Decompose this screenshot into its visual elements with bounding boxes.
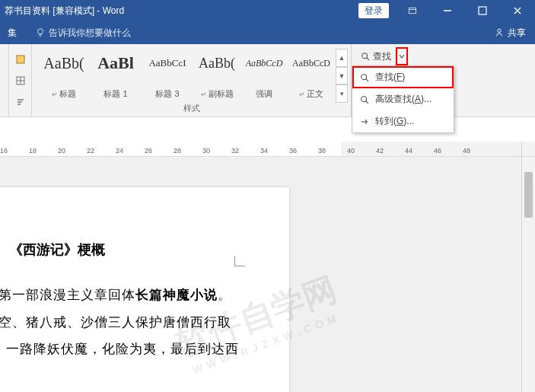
- doc-p1-b: 长篇神魔小说: [135, 288, 218, 302]
- tell-me-label: 告诉我你想要做什么: [49, 27, 131, 40]
- find-dropdown-arrow[interactable]: [396, 47, 408, 65]
- ruler-tick: 42: [376, 147, 384, 155]
- expand-gallery-icon[interactable]: ▾: [336, 84, 348, 103]
- share-button[interactable]: 共享: [494, 27, 530, 40]
- menu-item-advanced-find[interactable]: 高级查找(A)...: [352, 88, 454, 110]
- find-split-button: 查找: [356, 47, 535, 65]
- style-gallery-scroll[interactable]: ▲▼▾: [336, 49, 348, 103]
- ruler-tick: 16: [0, 147, 8, 155]
- style-label: 标题 1: [91, 88, 140, 100]
- svg-rect-10: [17, 56, 24, 63]
- style-preview: AaBb(: [195, 52, 239, 75]
- scroll-down-icon[interactable]: ▼: [336, 67, 348, 85]
- svg-rect-0: [409, 8, 416, 14]
- ruler-tick: 40: [347, 147, 355, 155]
- editing-group: 查找 查找(F) 高级查找(A)... 转到(G)...: [352, 44, 535, 116]
- style-tile-标题[interactable]: AaBb(↵标题: [38, 49, 90, 103]
- style-tile-标题 3[interactable]: AaBbCcI标题 3: [142, 49, 193, 103]
- fill-button[interactable]: [12, 51, 29, 68]
- style-label: 强调: [242, 88, 286, 100]
- svg-point-21: [361, 96, 367, 101]
- close-icon: [513, 6, 522, 15]
- doc-paragraph-1: 代第一部浪漫主义章回体长篇神魔小说。: [0, 282, 289, 309]
- login-button[interactable]: 登录: [358, 3, 389, 18]
- maximize-icon: [477, 5, 488, 16]
- styles-gallery[interactable]: AaBb(↵标题AaBl标题 1AaBbCcI标题 3AaBb(↵副标题AaBb…: [32, 44, 351, 103]
- menu-item-find[interactable]: 查找(F): [352, 66, 454, 88]
- ruler-tick: 20: [58, 147, 65, 155]
- chevron-down-icon: [399, 53, 405, 59]
- sort-button[interactable]: [12, 94, 29, 110]
- find-button[interactable]: 查找: [356, 47, 396, 65]
- menu-item-goto[interactable]: 转到(G)...: [352, 110, 454, 132]
- borders-button[interactable]: [12, 72, 29, 89]
- search-icon: [360, 95, 369, 104]
- maximize-button[interactable]: [465, 0, 500, 21]
- paragraph-mark-icon: ↵: [52, 91, 58, 98]
- page-margin-corner: [234, 256, 245, 266]
- doc-paragraph-3: 一路降妖伏魔，化险为夷，最后到达西: [0, 336, 289, 363]
- menu-item-find-label: 查找(F): [375, 71, 405, 84]
- ribbon-tab-row: 集 告诉我你想要做什么 共享: [0, 21, 535, 44]
- doc-p1-c: 。: [218, 288, 231, 302]
- ruler-gap: [0, 117, 535, 142]
- minimize-icon: [443, 6, 452, 15]
- svg-point-6: [38, 29, 43, 34]
- paragraph-mark-icon: ↵: [299, 91, 305, 98]
- title-bar: 荐书目资料 [兼容模式] - Word 登录: [0, 0, 535, 21]
- style-tile-强调[interactable]: AaBbCcD强调: [240, 49, 288, 103]
- ruler-tick: 46: [434, 147, 441, 155]
- document-page[interactable]: 、《西游记》梗概 代第一部浪漫主义章回体长篇神魔小说。 吾空、猪八戒、沙僧三人保…: [0, 187, 289, 392]
- svg-line-18: [367, 58, 369, 60]
- style-tile-标题 1[interactable]: AaBl标题 1: [90, 49, 142, 103]
- style-label: 标题 3: [143, 88, 192, 100]
- style-preview: AaBbCcI: [143, 52, 192, 75]
- ruler-tick: 44: [405, 147, 412, 155]
- ruler-tick: 24: [116, 147, 123, 155]
- ruler-tick: 34: [260, 147, 268, 155]
- ruler-tick: 30: [202, 147, 210, 155]
- menu-item-goto-label: 转到(G)...: [375, 115, 414, 128]
- tell-me[interactable]: 告诉我你想要做什么: [35, 27, 131, 40]
- ribbon-tab[interactable]: 集: [5, 27, 20, 40]
- vertical-scrollbar[interactable]: [521, 157, 535, 392]
- ruler-tick: 26: [145, 147, 152, 155]
- style-preview: AaBbCcD: [242, 52, 286, 75]
- minimize-button[interactable]: [430, 0, 465, 21]
- ribbon-options-button[interactable]: [395, 0, 430, 21]
- style-label: ↵正文: [289, 88, 333, 100]
- style-preview: AaBl: [91, 52, 140, 75]
- style-label: ↵副标题: [195, 88, 239, 100]
- scroll-up-icon[interactable]: ▲: [336, 49, 348, 67]
- styles-group: AaBb(↵标题AaBl标题 1AaBbCcI标题 3AaBb(↵副标题AaBb…: [32, 44, 352, 116]
- svg-line-22: [366, 100, 368, 103]
- menu-item-advanced-label: 高级查找(A)...: [375, 93, 432, 106]
- ruler-margin-region: [341, 142, 521, 156]
- svg-line-20: [366, 78, 368, 81]
- scrollbar-thumb[interactable]: [524, 172, 533, 218]
- doc-paragraph-2: 吾空、猪八戒、沙僧三人保护唐僧西行取: [0, 309, 289, 336]
- paragraph-mini-group: [9, 44, 32, 116]
- style-label: ↵标题: [40, 88, 88, 100]
- style-preview: AaBb(: [40, 52, 88, 75]
- horizontal-ruler[interactable]: 1618202224262830323436384042444648: [0, 142, 535, 157]
- doc-heading: 、《西游记》梗概: [0, 241, 289, 259]
- ruler-tick: 22: [87, 147, 94, 155]
- lightbulb-icon: [35, 27, 46, 38]
- ribbon-options-icon: [408, 6, 417, 15]
- arrow-right-icon: [360, 117, 369, 126]
- search-icon: [360, 73, 369, 82]
- styles-group-label: 样式: [32, 103, 351, 116]
- style-tile-正文[interactable]: AaBbCcD↵正文: [288, 49, 335, 103]
- ribbon-spacer: [0, 44, 9, 116]
- find-dropdown-menu: 查找(F) 高级查找(A)... 转到(G)...: [352, 65, 454, 133]
- ruler-tick: 28: [174, 147, 181, 155]
- fill-icon: [15, 54, 26, 65]
- style-preview: AaBbCcD: [289, 52, 333, 75]
- style-tile-副标题[interactable]: AaBb(↵副标题: [193, 49, 240, 103]
- share-label: 共享: [508, 27, 526, 40]
- paragraph-mark-icon: ↵: [201, 91, 207, 98]
- ribbon-body: AaBb(↵标题AaBl标题 1AaBbCcI标题 3AaBb(↵副标题AaBb…: [0, 44, 535, 117]
- ruler-end: [521, 142, 535, 156]
- close-button[interactable]: [500, 0, 535, 21]
